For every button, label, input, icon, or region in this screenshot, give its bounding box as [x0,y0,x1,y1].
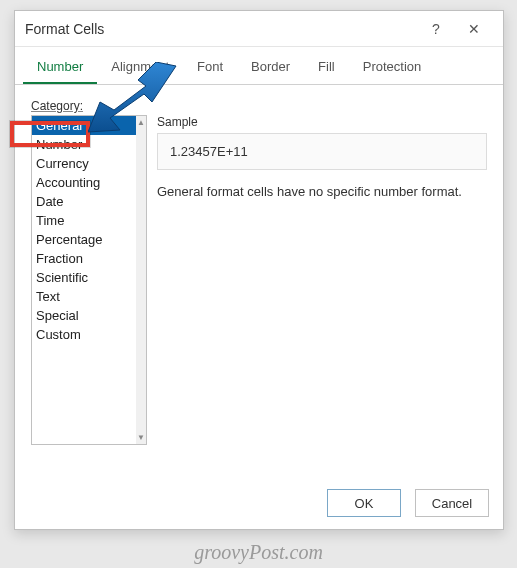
cancel-button[interactable]: Cancel [415,489,489,517]
category-label: Category: [31,99,487,113]
scroll-up-icon: ▲ [137,118,145,127]
category-item-accounting[interactable]: Accounting [32,173,136,192]
dialog-title: Format Cells [25,21,417,37]
tab-alignment[interactable]: Alignment [97,51,183,84]
dialog-footer: OK Cancel [327,489,489,517]
watermark: groovyPost.com [194,541,323,564]
scroll-down-icon: ▼ [137,433,145,442]
category-item-text[interactable]: Text [32,287,136,306]
category-listbox[interactable]: General Number Currency Accounting Date … [31,115,147,445]
category-item-number[interactable]: Number [32,135,136,154]
help-button[interactable]: ? [417,14,455,44]
category-item-currency[interactable]: Currency [32,154,136,173]
tab-strip: Number Alignment Font Border Fill Protec… [15,47,503,85]
format-description: General format cells have no specific nu… [157,184,487,199]
listbox-scrollbar[interactable]: ▲ ▼ [136,116,146,444]
tab-protection[interactable]: Protection [349,51,436,84]
category-item-general[interactable]: General [32,116,136,135]
close-button[interactable]: ✕ [455,14,493,44]
category-item-scientific[interactable]: Scientific [32,268,136,287]
category-item-date[interactable]: Date [32,192,136,211]
category-listbox-wrap: General Number Currency Accounting Date … [31,115,147,445]
category-item-fraction[interactable]: Fraction [32,249,136,268]
category-listbox-items: General Number Currency Accounting Date … [32,116,136,344]
sample-label: Sample [157,115,487,129]
cancel-button-label: Cancel [432,496,472,511]
category-item-special[interactable]: Special [32,306,136,325]
category-item-percentage[interactable]: Percentage [32,230,136,249]
titlebar: Format Cells ? ✕ [15,11,503,47]
tab-number[interactable]: Number [23,51,97,84]
category-item-custom[interactable]: Custom [32,325,136,344]
right-panel: Sample 1.23457E+11 General format cells … [157,115,487,445]
ok-button[interactable]: OK [327,489,401,517]
tab-border[interactable]: Border [237,51,304,84]
sample-value: 1.23457E+11 [157,133,487,170]
format-cells-dialog: Format Cells ? ✕ Number Alignment Font B… [14,10,504,530]
tab-font[interactable]: Font [183,51,237,84]
close-icon: ✕ [468,21,480,37]
dialog-body: Category: General Number Currency Accoun… [15,85,503,479]
ok-button-label: OK [355,496,374,511]
tab-fill[interactable]: Fill [304,51,349,84]
category-item-time[interactable]: Time [32,211,136,230]
help-icon: ? [432,21,440,37]
content-row: General Number Currency Accounting Date … [31,115,487,445]
